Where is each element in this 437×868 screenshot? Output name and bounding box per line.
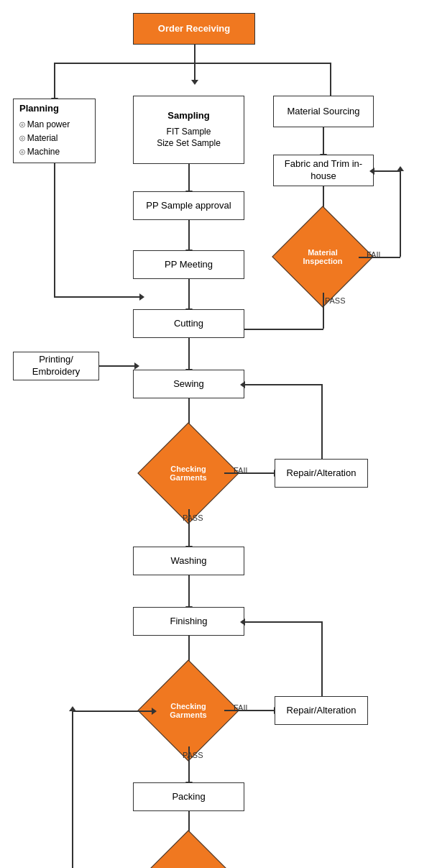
material-sourcing-box: Material Sourcing bbox=[273, 96, 374, 127]
arrow-ra1-up bbox=[321, 384, 323, 459]
sampling-box: Sampling FIT SampleSize Set Sample bbox=[133, 96, 244, 164]
arrow-ra2-up-left bbox=[244, 621, 321, 623]
arrow-cg2-fail bbox=[224, 710, 275, 711]
arrow-or-left bbox=[54, 63, 195, 64]
arrow-ra1-up-left bbox=[244, 384, 321, 385]
arrow-mi-fail-h2 bbox=[374, 170, 400, 172]
arrow-pe-right bbox=[99, 365, 135, 367]
arrow-sa-fail-h2 bbox=[72, 711, 152, 712]
arrow-cg1-pass-down bbox=[188, 509, 190, 547]
arrow-ms-down bbox=[323, 127, 324, 155]
arrow-or-left-down bbox=[54, 63, 55, 99]
arrow-or-right bbox=[194, 63, 331, 64]
pass-material-label: PASS bbox=[325, 296, 346, 305]
pass-cg1-label: PASS bbox=[183, 513, 203, 522]
cutting-box: Cutting bbox=[133, 309, 244, 338]
flowchart: Order Receiving Planning Man power Mater… bbox=[0, 0, 437, 868]
shipment-audit-diamond bbox=[137, 830, 239, 868]
fabric-trim-box: Fabric and Trim in-house bbox=[273, 155, 374, 186]
repair-alteration-2-box: Repair/Alteration bbox=[275, 696, 368, 725]
arrow-cg2-pass-down bbox=[188, 746, 190, 782]
packing-box: Packing bbox=[133, 782, 244, 811]
repair-alteration-1-box: Repair/Alteration bbox=[275, 459, 368, 488]
pp-sample-box: PP Sample approval bbox=[133, 191, 244, 220]
washing-box: Washing bbox=[133, 547, 244, 575]
arrow-ppm-down bbox=[188, 279, 190, 309]
arrow-cg1-fail bbox=[224, 472, 275, 474]
arrow-pps-down bbox=[188, 220, 190, 250]
arrow-planning-right bbox=[54, 296, 140, 298]
arrow-mi-fail-v bbox=[400, 170, 401, 257]
arrow-washing-down bbox=[188, 575, 190, 607]
arrow-or-right-down bbox=[330, 63, 331, 99]
arrow-planning-down bbox=[54, 163, 55, 296]
arrow-sa-fail-v bbox=[72, 711, 73, 868]
order-receiving-box: Order Receiving bbox=[133, 13, 255, 45]
arrow-cutting-down bbox=[188, 338, 190, 370]
arrow-mi-fail-h bbox=[359, 257, 400, 258]
arrow-ra2-up bbox=[321, 621, 323, 696]
pass-cg2-label: PASS bbox=[183, 751, 203, 759]
planning-box: Planning Man power Material Machine bbox=[13, 99, 96, 163]
finishing-box: Finishing bbox=[133, 607, 244, 636]
planning-list: Man power Material Machine bbox=[19, 118, 70, 160]
arrow-mi-pass-down bbox=[323, 293, 324, 329]
sewing-box: Sewing bbox=[133, 370, 244, 398]
pp-meeting-box: PP Meeting bbox=[133, 250, 244, 279]
printing-embroidery-box: Printing/ Embroidery bbox=[13, 352, 99, 380]
arrow-sampling-down bbox=[188, 164, 190, 191]
